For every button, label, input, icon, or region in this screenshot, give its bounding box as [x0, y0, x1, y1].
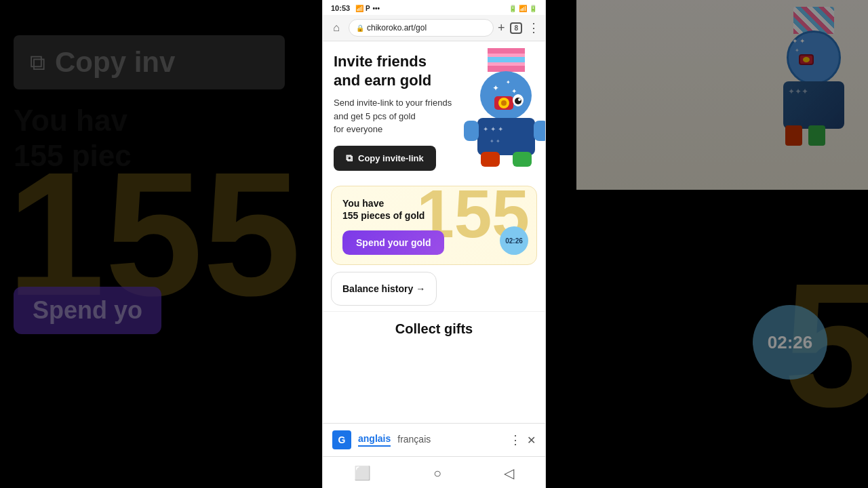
svg-rect-14 [477, 118, 535, 155]
character-illustration: ✦ ✦ ✦ ✦ ✦ ✦ ✦ ✦ [460, 41, 545, 174]
wifi-icon: 📶 [519, 5, 527, 12]
lock-icon: 🔒 [356, 24, 364, 32]
svg-rect-1 [488, 48, 525, 54]
translate-icon: G [332, 430, 351, 449]
svg-text:✦: ✦ [511, 87, 517, 95]
status-left: 10:53 📶 P ••• [331, 4, 380, 12]
hero-title: Invite friendsand earn gold [334, 52, 469, 89]
battery-icon: 🔋 [529, 5, 537, 12]
status-right: 🔋 📶 🔋 [509, 5, 537, 12]
svg-rect-18 [534, 121, 545, 141]
collect-section: Collect gifts [323, 311, 545, 342]
home-nav-icon: ○ [433, 466, 441, 481]
collect-title: Collect gifts [334, 321, 534, 337]
svg-rect-19 [481, 152, 500, 167]
translation-more-button[interactable]: ⋮ [509, 432, 521, 447]
svg-point-13 [518, 98, 521, 101]
svg-point-10 [501, 100, 507, 106]
bg-right-overlay [576, 0, 868, 488]
bg-left-overlay [0, 0, 298, 488]
pieces-label: 155 pieces of gold [342, 209, 526, 222]
balance-history-button[interactable]: Balance history → [331, 272, 437, 306]
sim-icon: 🔋 [509, 5, 517, 12]
back-icon: ◁ [504, 465, 514, 481]
svg-point-4 [480, 71, 532, 120]
svg-rect-20 [513, 152, 532, 167]
spend-button[interactable]: Spend your gold [342, 230, 444, 255]
svg-rect-3 [488, 66, 525, 72]
bottom-navigation: ⬜ ○ ◁ [323, 456, 545, 488]
new-tab-button[interactable]: + [498, 21, 505, 35]
browser-actions: + 8 ⋮ [498, 20, 540, 35]
hero-section: Invite friendsand earn gold ✦ ✦ ✦ [323, 41, 545, 179]
translation-actions: ⋮ ✕ [509, 432, 536, 447]
status-bar: 10:53 📶 P ••• 🔋 📶 🔋 [323, 0, 545, 15]
svg-text:✦ ✦ ✦: ✦ ✦ ✦ [483, 125, 503, 133]
tab-count: 8 [510, 22, 522, 34]
copy-invite-button[interactable]: ⧉ Copy invite-link [334, 146, 436, 171]
svg-text:✦: ✦ [506, 79, 511, 85]
recent-apps-button[interactable]: ⬜ [340, 462, 384, 484]
recent-apps-icon: ⬜ [354, 465, 371, 481]
translation-close-button[interactable]: ✕ [527, 434, 536, 447]
svg-text:✦   ✦: ✦ ✦ [490, 138, 500, 144]
home-icon: ⌂ [333, 22, 340, 34]
copy-button-label: Copy invite-link [358, 153, 424, 163]
svg-text:✦: ✦ [492, 83, 499, 93]
url-text: chikoroko.art/gol [367, 23, 427, 33]
page-content: Invite friendsand earn gold ✦ ✦ ✦ [323, 41, 545, 423]
back-button[interactable]: ◁ [490, 462, 528, 484]
source-language-tab[interactable]: anglais [358, 433, 391, 447]
home-nav-button[interactable]: ○ [420, 463, 455, 484]
translation-bar: G anglais français ⋮ ✕ [323, 423, 545, 456]
gold-card: You have 155 pieces of gold Spend your g… [331, 186, 537, 266]
clock: 10:53 [331, 4, 350, 12]
target-language-tab[interactable]: français [397, 434, 431, 446]
copy-icon: ⧉ [346, 152, 353, 164]
character-svg: ✦ ✦ ✦ ✦ ✦ ✦ ✦ ✦ [464, 45, 545, 167]
you-have-label: You have [342, 197, 526, 210]
home-button[interactable]: ⌂ [328, 22, 344, 34]
hero-description: Send invite-link to your friendsand get … [334, 96, 469, 136]
browser-bar: ⌂ 🔒 chikoroko.art/gol + 8 ⋮ [323, 15, 545, 41]
balance-history-label: Balance history → [342, 283, 425, 294]
svg-point-12 [515, 98, 521, 104]
network-icon: 📶 P [355, 5, 370, 12]
dots-icon: ••• [373, 5, 380, 12]
menu-button[interactable]: ⋮ [528, 20, 540, 35]
timer-badge: 02:26 [500, 226, 528, 255]
svg-rect-2 [488, 57, 525, 62]
url-bar[interactable]: 🔒 chikoroko.art/gol [349, 19, 494, 37]
phone-frame: 10:53 📶 P ••• 🔋 📶 🔋 ⌂ 🔒 chikoroko.art/go… [322, 0, 546, 488]
